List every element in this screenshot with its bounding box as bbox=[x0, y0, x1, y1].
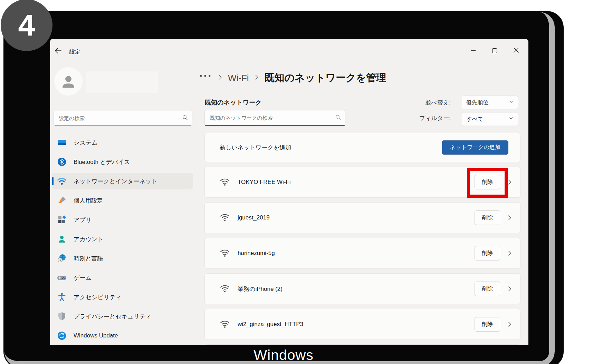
network-name: TOKYO FREE Wi-Fi bbox=[238, 179, 475, 186]
maximize-button[interactable] bbox=[484, 45, 505, 57]
delete-button[interactable]: 削除 bbox=[475, 317, 500, 332]
caption-buttons bbox=[462, 45, 527, 57]
add-network-card: 新しいネットワークを追加 ネットワークの追加 bbox=[204, 133, 520, 162]
network-name: harinezumi-5g bbox=[238, 250, 475, 257]
network-name: 業務のiPhone (2) bbox=[238, 285, 475, 293]
windows-update-icon bbox=[57, 331, 67, 341]
settings-search-box bbox=[54, 111, 192, 126]
sidebar-item-label: プライバシーとセキュリティ bbox=[74, 313, 152, 321]
sidebar-item-label: 個人用設定 bbox=[74, 197, 103, 205]
sidebar-item-accounts[interactable]: アカウント bbox=[52, 231, 193, 247]
breadcrumb-wifi-link[interactable]: Wi-Fi bbox=[228, 73, 249, 83]
step-badge: 4 bbox=[1, 0, 52, 51]
network-name: wi2_ginza_guest_HTTP3 bbox=[238, 321, 475, 328]
network-row: jguest_2019 削除 bbox=[204, 202, 520, 233]
sidebar-item-label: アカウント bbox=[74, 235, 104, 243]
sidebar-item-label: アクセシビリティ bbox=[74, 293, 122, 301]
back-button[interactable] bbox=[53, 47, 63, 56]
accessibility-icon bbox=[57, 292, 67, 302]
sidebar-item-network-internet[interactable]: ネットワークとインターネット bbox=[52, 173, 193, 189]
device-caption: Windows bbox=[3, 347, 564, 363]
sort-value: 優先順位 bbox=[466, 99, 488, 106]
screenshot-stage: Windows 設定 bbox=[0, 0, 612, 364]
minimize-icon bbox=[471, 50, 476, 51]
delete-button[interactable]: 削除 bbox=[475, 246, 500, 260]
apps-icon bbox=[57, 215, 67, 225]
page-title: 既知のネットワークを管理 bbox=[265, 71, 386, 85]
add-network-button[interactable]: ネットワークの追加 bbox=[442, 140, 508, 155]
settings-search-input[interactable] bbox=[54, 111, 192, 125]
chevron-right-icon bbox=[255, 74, 259, 82]
network-row-partial bbox=[204, 344, 520, 345]
sidebar-item-label: 時刻と言語 bbox=[74, 255, 103, 263]
system-icon bbox=[57, 138, 67, 147]
sidebar-item-system[interactable]: システム bbox=[52, 134, 193, 151]
accounts-icon bbox=[57, 234, 67, 244]
search-icon bbox=[182, 115, 188, 122]
chevron-down-icon bbox=[509, 116, 514, 122]
network-icon bbox=[57, 176, 67, 186]
bluetooth-icon bbox=[57, 157, 67, 167]
selected-indicator bbox=[52, 177, 54, 185]
section-label: 既知のネットワーク bbox=[205, 98, 262, 107]
person-icon bbox=[60, 73, 76, 89]
breadcrumb: ··· Wi-Fi 既知のネットワークを管理 bbox=[199, 70, 386, 86]
sort-label: 並べ替え: bbox=[382, 99, 451, 107]
wifi-icon bbox=[220, 248, 230, 258]
account-block[interactable] bbox=[54, 67, 192, 96]
chevron-right-icon[interactable] bbox=[508, 250, 512, 257]
search-icon bbox=[335, 115, 341, 121]
filter-value: すべて bbox=[466, 116, 483, 123]
chevron-right-icon[interactable] bbox=[508, 285, 512, 292]
sidebar-item-label: ゲーム bbox=[74, 274, 92, 282]
chevron-right-icon[interactable] bbox=[508, 179, 512, 186]
filter-dropdown[interactable]: すべて bbox=[462, 112, 518, 126]
sidebar-item-bluetooth-devices[interactable]: Bluetooth とデバイス bbox=[52, 154, 193, 170]
sidebar-item-label: Windows Update bbox=[74, 332, 118, 339]
network-search-box bbox=[204, 110, 345, 126]
wifi-icon bbox=[220, 213, 230, 223]
delete-button[interactable]: 削除 bbox=[475, 175, 500, 189]
network-search-input[interactable] bbox=[205, 110, 345, 125]
window-title: 設定 bbox=[69, 48, 80, 56]
delete-button[interactable]: 削除 bbox=[475, 282, 500, 296]
breadcrumb-ellipsis[interactable]: ··· bbox=[199, 69, 212, 82]
step-number: 4 bbox=[18, 8, 35, 43]
sidebar-item-apps[interactable]: アプリ bbox=[52, 211, 193, 228]
sidebar-nav: システム Bluetooth とデバイス ネットワークとインターネット bbox=[52, 134, 193, 344]
gaming-icon bbox=[57, 273, 67, 283]
sidebar-item-privacy-security[interactable]: プライバシーとセキュリティ bbox=[52, 308, 193, 325]
avatar bbox=[54, 67, 83, 96]
wifi-icon bbox=[220, 319, 230, 329]
minimize-button[interactable] bbox=[462, 45, 484, 57]
wifi-icon bbox=[220, 284, 230, 294]
network-name: jguest_2019 bbox=[238, 214, 475, 221]
network-row: 業務のiPhone (2) 削除 bbox=[204, 273, 520, 304]
time-language-icon bbox=[57, 254, 67, 263]
network-row: harinezumi-5g 削除 bbox=[204, 238, 520, 269]
add-network-text: 新しいネットワークを追加 bbox=[220, 144, 291, 151]
maximize-icon bbox=[492, 48, 497, 53]
settings-window: 設定 bbox=[50, 39, 528, 345]
sort-dropdown[interactable]: 優先順位 bbox=[462, 96, 518, 109]
sidebar-item-label: Bluetooth とデバイス bbox=[74, 158, 130, 166]
sidebar-item-windows-update[interactable]: Windows Update bbox=[52, 327, 193, 344]
back-arrow-icon bbox=[55, 48, 61, 55]
sidebar-item-time-language[interactable]: 時刻と言語 bbox=[52, 250, 193, 267]
chevron-right-icon[interactable] bbox=[508, 321, 512, 328]
account-name-redacted bbox=[86, 71, 158, 93]
filter-label: フィルター: bbox=[382, 114, 451, 122]
close-button[interactable] bbox=[505, 45, 527, 57]
sidebar-item-gaming[interactable]: ゲーム bbox=[52, 269, 193, 286]
privacy-icon bbox=[57, 312, 67, 321]
chevron-down-icon bbox=[509, 99, 514, 106]
sidebar-item-accessibility[interactable]: アクセシビリティ bbox=[52, 289, 193, 305]
network-row: wi2_ginza_guest_HTTP3 削除 bbox=[204, 309, 520, 340]
chevron-right-icon[interactable] bbox=[508, 214, 512, 221]
chevron-right-icon bbox=[218, 74, 222, 82]
sidebar-item-personalization[interactable]: 個人用設定 bbox=[52, 192, 193, 209]
sidebar-item-label: アプリ bbox=[74, 216, 92, 224]
close-icon bbox=[514, 48, 519, 54]
delete-button[interactable]: 削除 bbox=[475, 210, 500, 225]
personalization-icon bbox=[57, 196, 67, 205]
